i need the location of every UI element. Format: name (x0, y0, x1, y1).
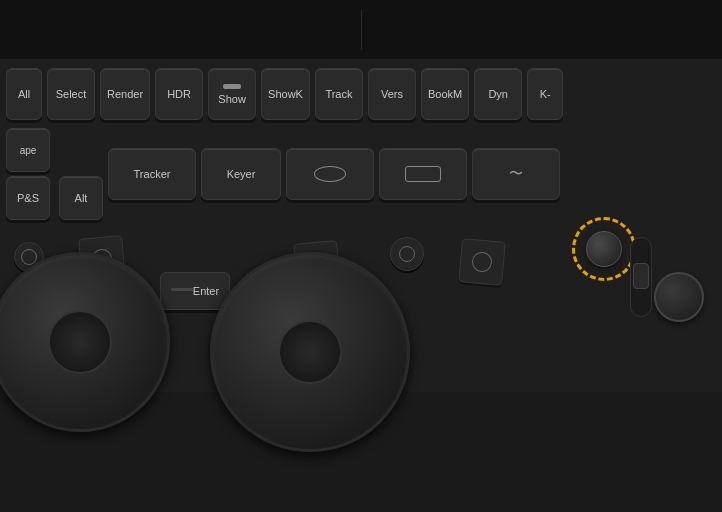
btn-all[interactable]: All (6, 68, 42, 120)
btn-ps[interactable]: P&S (6, 176, 50, 220)
main-panel: All Select Render HDR Show ShowK Track V… (0, 60, 722, 392)
btn-wave[interactable]: 〜 (472, 148, 560, 200)
big-circle-btn-right[interactable] (654, 272, 704, 322)
left-jog-disc[interactable] (0, 252, 170, 432)
top-bar (0, 0, 722, 60)
btn-dyn[interactable]: Dyn (474, 68, 522, 120)
right-jog-disc[interactable] (210, 252, 410, 452)
btn-select[interactable]: Select (47, 68, 95, 120)
top-bar-divider (361, 10, 362, 50)
btn-showk[interactable]: ShowK (261, 68, 310, 120)
left-jog-wheel[interactable] (0, 252, 170, 422)
btn-vers[interactable]: Vers (368, 68, 416, 120)
btn-tracker[interactable]: Tracker (108, 148, 196, 200)
btn-rect[interactable] (379, 148, 467, 200)
oval-icon (314, 166, 346, 182)
slider-thumb[interactable] (633, 263, 649, 289)
enter-led (171, 288, 193, 291)
right-jog-wheel[interactable] (210, 252, 410, 422)
btn-hdr[interactable]: HDR (155, 68, 203, 120)
scatter-btn-2-icon (471, 251, 493, 273)
btn-k[interactable]: K- (527, 68, 563, 120)
button-row-1: All Select Render HDR Show ShowK Track V… (0, 60, 722, 128)
rect-icon (405, 166, 441, 182)
btn-alt[interactable]: Alt (59, 176, 103, 220)
controls-area: Enter Byp (0, 232, 722, 392)
show-led (223, 84, 241, 89)
vertical-slider[interactable] (630, 237, 652, 317)
btn-render[interactable]: Render (100, 68, 150, 120)
btn-tape[interactable]: ape (6, 128, 50, 172)
btn-keyer[interactable]: Keyer (201, 148, 281, 200)
btn-show[interactable]: Show (208, 68, 256, 120)
btn-oval[interactable] (286, 148, 374, 200)
btn-track[interactable]: Track (315, 68, 363, 120)
scatter-btn-2[interactable] (458, 238, 506, 286)
btn-bookm[interactable]: BookM (421, 68, 469, 120)
